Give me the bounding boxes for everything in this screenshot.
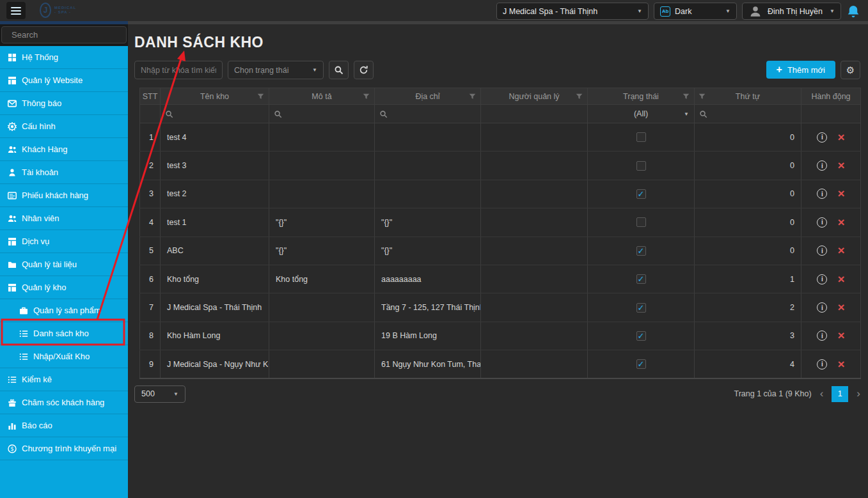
info-icon[interactable]: i bbox=[817, 132, 827, 143]
status-checkbox-checked[interactable]: ✓ bbox=[636, 331, 646, 341]
delete-icon[interactable]: × bbox=[837, 274, 844, 284]
cell-addr: aaaaaaaaa bbox=[375, 265, 481, 293]
status-checkbox-checked[interactable]: ✓ bbox=[636, 274, 646, 284]
info-icon[interactable]: i bbox=[817, 302, 827, 313]
user-menu-dropdown[interactable]: Đinh Thị Huyền ▼ bbox=[742, 3, 841, 20]
cell-order: 0 bbox=[695, 180, 801, 208]
sidebar-item-danh-sach-kho[interactable]: Danh sách kho bbox=[0, 322, 128, 345]
current-page-button[interactable]: 1 bbox=[832, 386, 848, 402]
info-icon[interactable]: i bbox=[817, 217, 827, 228]
add-new-button[interactable]: + Thêm mới bbox=[766, 61, 835, 79]
info-icon[interactable]: i bbox=[817, 359, 827, 370]
sidebar-item-label: Nhân viên bbox=[22, 214, 59, 223]
status-filter-select[interactable]: (All)▼ bbox=[588, 105, 694, 123]
sidebar-item-he-thong[interactable]: Hệ Thống bbox=[0, 46, 128, 69]
cell-order: 0 bbox=[695, 123, 801, 152]
column-header-status: Trạng thái bbox=[588, 88, 695, 105]
sidebar-item-quan-ly-san-pham[interactable]: Quản lý sản phẩm bbox=[0, 299, 128, 322]
delete-icon[interactable]: × bbox=[837, 359, 844, 370]
cell-actions: i× bbox=[801, 180, 861, 208]
sidebar-item-thong-bao[interactable]: Thông báo bbox=[0, 92, 128, 115]
filter-icon[interactable] bbox=[683, 93, 690, 100]
cell-addr: "{}" bbox=[375, 208, 481, 237]
filter-input-desc[interactable] bbox=[285, 109, 370, 118]
column-label: Trạng thái bbox=[623, 92, 659, 101]
filter-input-name[interactable] bbox=[177, 109, 264, 118]
notifications-bell-icon[interactable] bbox=[846, 4, 860, 19]
filter-input-addr[interactable] bbox=[391, 109, 476, 118]
delete-icon[interactable]: × bbox=[837, 189, 844, 199]
chevron-down-icon: ▼ bbox=[725, 8, 730, 14]
filter-icon[interactable] bbox=[576, 93, 583, 100]
cell-manager bbox=[481, 237, 588, 265]
info-icon[interactable]: i bbox=[817, 189, 827, 199]
filter-icon[interactable] bbox=[257, 93, 264, 100]
delete-icon[interactable]: × bbox=[837, 132, 844, 143]
sidebar-search-box[interactable] bbox=[1, 26, 127, 43]
status-checkbox-checked[interactable]: ✓ bbox=[636, 359, 646, 369]
sidebar-item-kiem-ke[interactable]: Kiểm kê bbox=[0, 368, 128, 391]
page-size-dropdown[interactable]: 500 ▼ bbox=[134, 385, 185, 403]
status-checkbox-unchecked[interactable] bbox=[636, 217, 646, 227]
table-settings-button[interactable]: ⚙ bbox=[840, 61, 860, 79]
sidebar-item-chuong-trinh-khuyen-mai[interactable]: $Chương trình khuyến mại bbox=[0, 437, 128, 460]
status-checkbox-checked[interactable]: ✓ bbox=[636, 246, 646, 256]
cell-desc bbox=[269, 322, 375, 350]
column-label: Người quản lý bbox=[509, 92, 559, 101]
cell-name: test 4 bbox=[161, 123, 269, 152]
status-checkbox-checked[interactable]: ✓ bbox=[636, 303, 646, 313]
sidebar-item-nhap-xuat-kho[interactable]: Nhập/Xuất Kho bbox=[0, 345, 128, 368]
cell-addr: 19 B Hàm Long bbox=[375, 322, 481, 350]
delete-icon[interactable]: × bbox=[837, 245, 844, 256]
sidebar-item-quan-ly-tai-lieu[interactable]: Quản lý tài liệu bbox=[0, 253, 128, 276]
info-icon[interactable]: i bbox=[817, 245, 827, 256]
hamburger-menu-icon[interactable] bbox=[6, 2, 26, 19]
sidebar-item-label: Hệ Thống bbox=[22, 52, 58, 62]
cell-actions: i× bbox=[801, 123, 861, 152]
sidebar-item-cau-hinh[interactable]: Cấu hình bbox=[0, 115, 128, 138]
filter-input-order[interactable] bbox=[711, 109, 796, 118]
info-icon[interactable]: i bbox=[817, 331, 827, 341]
sidebar-item-tai-khoan[interactable]: Tài khoản bbox=[0, 161, 128, 184]
sidebar-item-nhan-vien[interactable]: Nhân viên bbox=[0, 207, 128, 230]
refresh-button[interactable] bbox=[354, 61, 374, 79]
filter-icon[interactable] bbox=[698, 93, 706, 100]
sidebar-item-dich-vu[interactable]: Dịch vụ bbox=[0, 230, 128, 253]
next-page-button[interactable]: › bbox=[856, 387, 860, 400]
filter-icon[interactable] bbox=[469, 93, 476, 100]
cell-addr: 61 Ngụy Như Kon Tum, Than... bbox=[375, 350, 481, 378]
status-checkbox-unchecked[interactable] bbox=[636, 132, 646, 142]
sidebar-item-khach-hang[interactable]: Khách Hàng bbox=[0, 138, 128, 161]
info-icon[interactable]: i bbox=[817, 160, 827, 171]
delete-icon[interactable]: × bbox=[837, 331, 844, 341]
delete-icon[interactable]: × bbox=[837, 217, 844, 228]
cell-name: ABC bbox=[161, 237, 269, 265]
sidebar-item-quan-ly-kho[interactable]: Quản lý kho bbox=[0, 276, 128, 299]
grid-icon bbox=[8, 53, 17, 62]
cell-manager bbox=[481, 265, 588, 293]
previous-page-button[interactable]: ‹ bbox=[820, 387, 824, 400]
spa-selector-dropdown[interactable]: J Medical Spa - Thái Thịnh ▼ bbox=[496, 3, 649, 20]
cell-manager bbox=[481, 152, 588, 180]
cell-actions: i× bbox=[801, 237, 861, 265]
keyword-search-input[interactable] bbox=[134, 61, 223, 79]
sidebar-item-bao-cao[interactable]: Báo cáo bbox=[0, 414, 128, 437]
theme-selector-dropdown[interactable]: Ab Dark ▼ bbox=[654, 3, 737, 20]
sidebar-item-phieu-khach-hang[interactable]: Phiếu khách hàng bbox=[0, 184, 128, 207]
cell-name: test 2 bbox=[161, 180, 269, 208]
sidebar: Hệ ThốngQuản lý WebsiteThông báoCấu hình… bbox=[0, 24, 128, 498]
info-icon[interactable]: i bbox=[817, 274, 827, 284]
status-checkbox-checked[interactable]: ✓ bbox=[636, 189, 646, 199]
search-button[interactable] bbox=[329, 61, 349, 79]
sidebar-item-cham-soc-khach-hang[interactable]: Chăm sóc khách hàng bbox=[0, 391, 128, 414]
sidebar-item-label: Chương trình khuyến mại bbox=[22, 444, 116, 453]
delete-icon[interactable]: × bbox=[837, 302, 844, 313]
sidebar-search-input[interactable] bbox=[12, 30, 124, 40]
filter-icon[interactable] bbox=[363, 93, 370, 100]
status-checkbox-unchecked[interactable] bbox=[636, 161, 646, 171]
sidebar-item-quan-ly-website[interactable]: Quản lý Website bbox=[0, 69, 128, 92]
status-filter-dropdown[interactable]: Chọn trạng thái ▼ bbox=[228, 61, 324, 79]
folder-icon bbox=[8, 260, 17, 269]
cell-desc: "{}" bbox=[269, 237, 375, 265]
delete-icon[interactable]: × bbox=[837, 160, 844, 171]
